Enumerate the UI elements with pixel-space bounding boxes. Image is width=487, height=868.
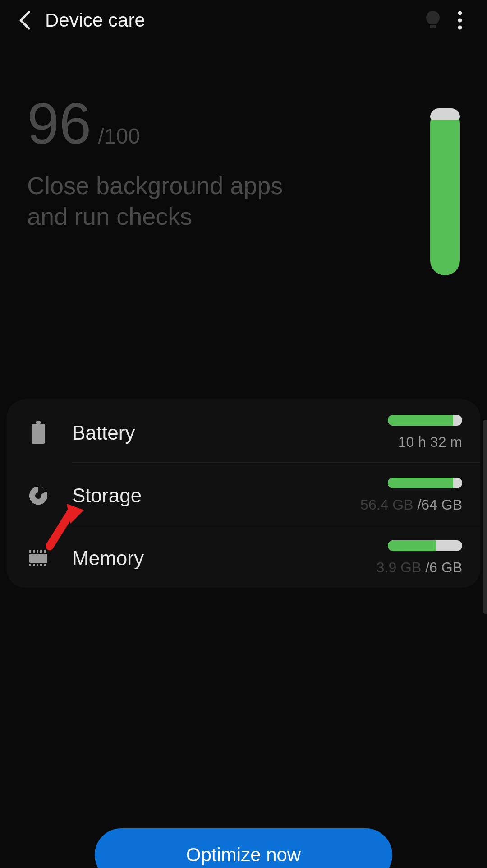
memory-sub: 3.9 GB /6 GB bbox=[377, 559, 462, 576]
storage-icon bbox=[25, 482, 52, 509]
svg-rect-9 bbox=[29, 554, 47, 563]
more-vertical-icon bbox=[458, 10, 462, 30]
battery-bar-fill bbox=[388, 415, 453, 426]
battery-label: Battery bbox=[72, 422, 388, 444]
svg-point-2 bbox=[458, 19, 462, 23]
battery-bar bbox=[388, 415, 462, 426]
score-line: 96 /100 bbox=[27, 95, 460, 153]
svg-rect-19 bbox=[44, 564, 46, 566]
svg-rect-0 bbox=[430, 25, 436, 28]
storage-bar-fill bbox=[388, 478, 453, 488]
svg-rect-14 bbox=[44, 550, 46, 553]
svg-rect-15 bbox=[29, 564, 31, 566]
svg-point-3 bbox=[458, 26, 462, 30]
optimize-now-button[interactable]: Optimize now bbox=[95, 828, 392, 868]
storage-right: 56.4 GB /64 GB bbox=[360, 478, 462, 513]
battery-sub: 10 h 32 m bbox=[398, 434, 462, 450]
svg-rect-17 bbox=[37, 564, 38, 566]
app-header: Device care bbox=[0, 0, 487, 41]
back-button[interactable] bbox=[14, 9, 36, 32]
battery-row[interactable]: Battery 10 h 32 m bbox=[7, 399, 480, 462]
scrollbar[interactable] bbox=[483, 420, 487, 614]
score-tip: Close background apps and run checks bbox=[27, 171, 302, 232]
battery-icon bbox=[25, 419, 52, 446]
memory-bar-fill bbox=[388, 540, 436, 551]
svg-point-1 bbox=[458, 11, 462, 15]
score-section: 96 /100 Close background apps and run ch… bbox=[0, 41, 487, 339]
svg-rect-13 bbox=[40, 550, 42, 553]
svg-point-8 bbox=[35, 492, 41, 499]
lightbulb-icon bbox=[424, 10, 441, 31]
memory-bar bbox=[388, 540, 462, 551]
svg-rect-12 bbox=[37, 550, 38, 553]
memory-row[interactable]: Memory 3.9 GB /6 GB bbox=[7, 525, 480, 588]
memory-icon bbox=[25, 545, 52, 572]
score-bar bbox=[430, 108, 460, 275]
storage-sub: 56.4 GB /64 GB bbox=[360, 497, 462, 513]
status-panel: Battery 10 h 32 m Storage bbox=[7, 399, 480, 588]
score-value: 96 bbox=[27, 95, 91, 153]
svg-rect-18 bbox=[40, 564, 42, 566]
page-title: Device care bbox=[45, 9, 419, 31]
more-options-button[interactable] bbox=[446, 7, 473, 34]
svg-rect-10 bbox=[29, 550, 31, 553]
svg-rect-5 bbox=[32, 424, 45, 444]
storage-row[interactable]: Storage 56.4 GB /64 GB bbox=[7, 462, 480, 525]
svg-rect-16 bbox=[33, 564, 35, 566]
storage-bar bbox=[388, 478, 462, 488]
tips-button[interactable] bbox=[419, 7, 446, 34]
score-max: /100 bbox=[98, 124, 140, 149]
memory-right: 3.9 GB /6 GB bbox=[377, 540, 462, 576]
battery-right: 10 h 32 m bbox=[388, 415, 462, 450]
optimize-wrap: Optimize now bbox=[0, 828, 487, 868]
svg-rect-4 bbox=[36, 421, 41, 424]
svg-rect-11 bbox=[33, 550, 35, 553]
memory-label: Memory bbox=[72, 547, 377, 570]
storage-label: Storage bbox=[72, 484, 360, 507]
chevron-left-icon bbox=[18, 10, 32, 30]
